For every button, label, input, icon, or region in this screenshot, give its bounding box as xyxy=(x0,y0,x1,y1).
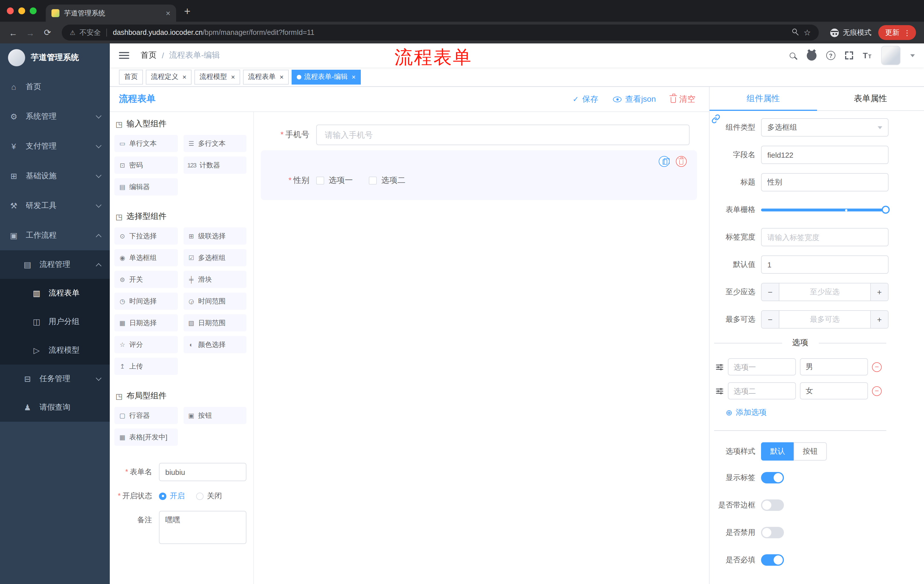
tag-close-icon[interactable]: × xyxy=(351,73,356,80)
remark-textarea[interactable]: 嘿嘿 xyxy=(159,511,246,544)
palette-item-button[interactable]: ▣按钮 xyxy=(183,407,246,424)
hamburger-icon[interactable] xyxy=(119,52,129,59)
status-on-radio[interactable]: 开启 xyxy=(159,491,185,501)
sidebar-item-process-model[interactable]: ▷ 流程模型 xyxy=(0,336,110,365)
copy-component-button[interactable] xyxy=(659,156,670,167)
border-switch[interactable] xyxy=(761,499,784,511)
option-style-default[interactable]: 默认 xyxy=(761,442,794,461)
slider-handle[interactable] xyxy=(882,206,890,214)
font-size-icon[interactable]: TT xyxy=(863,51,871,59)
palette-item-slider[interactable]: ╪滑块 xyxy=(183,271,246,288)
default-value-input[interactable] xyxy=(761,255,889,274)
forward-button[interactable]: → xyxy=(23,28,38,38)
back-button[interactable]: ← xyxy=(6,28,21,38)
new-tab-button[interactable]: + xyxy=(184,5,190,16)
option-1-label-input[interactable] xyxy=(728,358,796,375)
field-name-input[interactable] xyxy=(761,146,889,164)
tag-home[interactable]: 首页 xyxy=(119,69,143,84)
tag-process-form[interactable]: 流程表单× xyxy=(243,69,289,84)
palette-item-editor[interactable]: ▤编辑器 xyxy=(114,178,178,196)
increase-button[interactable]: + xyxy=(870,283,888,301)
avatar[interactable] xyxy=(881,46,901,65)
sidebar-item-task-management[interactable]: ⊟ 任务管理 xyxy=(0,365,110,393)
phone-input[interactable] xyxy=(316,125,690,145)
breadcrumb-home[interactable]: 首页 xyxy=(141,50,157,61)
clear-button[interactable]: 清空 xyxy=(671,94,695,104)
form-name-input[interactable] xyxy=(159,463,246,481)
minimize-window-button[interactable] xyxy=(18,7,25,14)
gender-option-2-checkbox[interactable]: 选项二 xyxy=(369,175,405,186)
palette-item-date-range[interactable]: ▧日期范围 xyxy=(183,314,246,331)
sidebar-item-workflow[interactable]: ▣ 工作流程 xyxy=(0,220,110,250)
sidebar-item-infrastructure[interactable]: ⊞ 基础设施 xyxy=(0,161,110,191)
option-2-label-input[interactable] xyxy=(728,382,796,400)
save-button[interactable]: ✓保存 xyxy=(573,94,598,104)
palette-item-cascader[interactable]: ⊞级联选择 xyxy=(183,227,246,245)
help-icon[interactable]: ? xyxy=(826,51,835,60)
decrease-button[interactable]: − xyxy=(762,311,779,328)
add-option-button[interactable]: ⊕ 添加选项 xyxy=(726,408,889,418)
reload-button[interactable]: ⟳ xyxy=(40,28,55,38)
search-icon[interactable] xyxy=(790,53,795,58)
palette-item-time-picker[interactable]: ◷时间选择 xyxy=(114,293,178,310)
link-icon[interactable] xyxy=(711,114,721,126)
close-window-button[interactable] xyxy=(7,7,14,14)
password-key-icon[interactable] xyxy=(790,27,801,38)
option-style-button[interactable]: 按钮 xyxy=(794,442,827,461)
max-count-stepper[interactable]: − 最多可选 + xyxy=(761,310,889,329)
palette-item-rate[interactable]: ☆评分 xyxy=(114,336,178,353)
tab-close-icon[interactable]: × xyxy=(166,9,170,17)
update-button[interactable]: 更新 ⋮ xyxy=(878,25,916,40)
required-switch[interactable] xyxy=(761,554,784,566)
option-2-value-input[interactable] xyxy=(800,382,868,400)
tab-component-props[interactable]: 组件属性 xyxy=(710,87,817,110)
sidebar-item-process-management[interactable]: ▤ 流程管理 xyxy=(0,250,110,279)
status-off-radio[interactable]: 关闭 xyxy=(196,491,222,501)
tag-process-form-edit[interactable]: 流程表单-编辑× xyxy=(292,69,361,84)
palette-item-upload[interactable]: ↥上传 xyxy=(114,358,178,375)
palette-item-multi-text[interactable]: ☰多行文本 xyxy=(183,135,246,152)
label-width-input[interactable] xyxy=(761,228,889,246)
sidebar-item-process-form[interactable]: ▥ 流程表单 xyxy=(0,279,110,308)
palette-item-checkbox-group[interactable]: ☑多选框组 xyxy=(183,249,246,266)
selected-component[interactable]: *性别 选项一 选项二 xyxy=(261,150,697,200)
tag-process-definition[interactable]: 流程定义× xyxy=(146,69,191,84)
palette-item-radio-group[interactable]: ◉单选框组 xyxy=(114,249,178,266)
component-type-select[interactable]: 多选框组 xyxy=(761,118,889,137)
avatar-caret-icon[interactable] xyxy=(910,54,915,57)
sidebar-item-home[interactable]: ⌂ 首页 xyxy=(0,72,110,102)
show-label-switch[interactable] xyxy=(761,472,784,484)
remove-option-button[interactable]: − xyxy=(872,362,882,372)
tag-process-model[interactable]: 流程模型× xyxy=(195,69,240,84)
palette-item-switch[interactable]: ⊜开关 xyxy=(114,271,178,288)
drag-handle-icon[interactable] xyxy=(715,363,724,371)
sidebar-item-dev-tools[interactable]: ⚒ 研发工具 xyxy=(0,191,110,220)
zoom-window-button[interactable] xyxy=(30,7,36,14)
title-input[interactable] xyxy=(761,173,889,191)
sidebar-item-user-group[interactable]: ◫ 用户分组 xyxy=(0,308,110,336)
palette-item-row-container[interactable]: ▢行容器 xyxy=(114,407,178,424)
github-icon[interactable] xyxy=(807,51,817,60)
min-count-stepper[interactable]: − 至少应选 + xyxy=(761,283,889,301)
drag-handle-icon[interactable] xyxy=(715,387,724,395)
palette-item-table[interactable]: ▦表格[开发中] xyxy=(114,429,178,446)
palette-item-select[interactable]: ⊙下拉选择 xyxy=(114,227,178,245)
disabled-switch[interactable] xyxy=(761,527,784,538)
fullscreen-icon[interactable] xyxy=(845,51,853,59)
palette-item-single-text[interactable]: ▭单行文本 xyxy=(114,135,178,152)
decrease-button[interactable]: − xyxy=(762,283,779,301)
palette-item-password[interactable]: ⊡密码 xyxy=(114,156,178,174)
bookmark-star-icon[interactable]: ☆ xyxy=(804,28,811,37)
form-grid-slider[interactable] xyxy=(761,201,889,219)
tag-close-icon[interactable]: × xyxy=(182,73,186,80)
palette-item-counter[interactable]: 123计数器 xyxy=(183,156,246,174)
browser-menu-icon[interactable]: ⋮ xyxy=(903,28,911,37)
address-bar[interactable]: ⚠ 不安全 dashboard.yudao.iocoder.cn/bpm/man… xyxy=(62,25,819,41)
increase-button[interactable]: + xyxy=(870,311,888,328)
phone-field-row[interactable]: *手机号 xyxy=(261,125,690,145)
option-1-value-input[interactable] xyxy=(800,358,868,375)
palette-item-time-range[interactable]: ◶时间范围 xyxy=(183,293,246,310)
form-canvas[interactable]: *手机号 *性别 选项一 选项二 xyxy=(254,112,709,584)
gender-field-row[interactable]: *性别 选项一 选项二 xyxy=(261,170,689,191)
delete-component-button[interactable] xyxy=(676,156,687,167)
